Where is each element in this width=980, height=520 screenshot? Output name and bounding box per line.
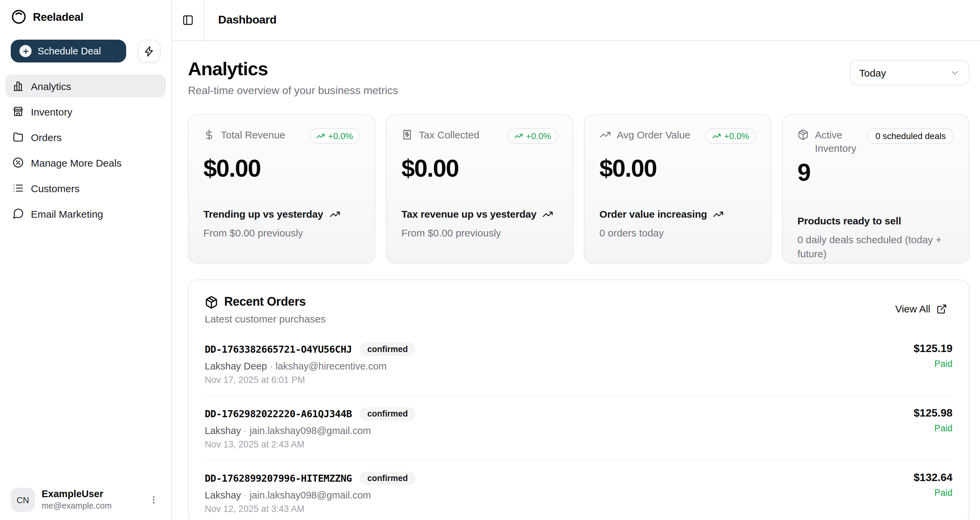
app-name: Reeladeal <box>33 10 84 23</box>
zap-icon <box>143 45 155 57</box>
chevron-down-icon <box>950 67 960 78</box>
user-name: ExampleUser <box>41 488 139 500</box>
topbar: Dashboard <box>172 0 980 41</box>
metric-value: $0.00 <box>401 155 558 183</box>
trending-up-icon <box>600 129 611 140</box>
trending-up-icon <box>329 209 340 219</box>
dollar-icon <box>204 129 215 140</box>
order-row: DD-1763382665721-O4YU56CHJ confirmed Lak… <box>205 331 953 396</box>
status-badge: confirmed <box>360 407 415 421</box>
sidebar-item-email-marketing[interactable]: Email Marketing <box>5 202 166 225</box>
metric-value: 9 <box>797 159 954 187</box>
trending-up-icon <box>514 132 523 140</box>
page-subtitle: Real-time overview of your business metr… <box>188 85 398 97</box>
sidebar-item-orders[interactable]: Orders <box>5 126 166 148</box>
order-id: DD-1762899207996-HITEMZZNG <box>205 473 352 484</box>
order-date: Nov 13, 2025 at 2:43 AM <box>205 439 415 450</box>
package-icon <box>797 129 809 140</box>
change-badge: +0.0% <box>309 128 360 144</box>
metric-cards: Total Revenue +0.0% $0.00 <box>188 114 969 263</box>
order-list: DD-1763382665721-O4YU56CHJ confirmed Lak… <box>205 331 953 520</box>
order-id: DD-1763382665721-O4YU56CHJ <box>205 344 352 355</box>
sidebar: Reeladeal Schedule Deal <box>0 0 172 520</box>
metric-card-active-inventory: Active Inventory 0 scheduled deals 9 Pro… <box>782 114 969 263</box>
metric-label: Active Inventory <box>815 128 862 155</box>
scheduled-deals-badge: 0 scheduled deals <box>867 128 954 144</box>
sidebar-toggle-button[interactable] <box>178 10 198 30</box>
schedule-deal-button[interactable]: Schedule Deal <box>11 40 126 62</box>
customer-name: Lakshay <box>205 425 241 436</box>
order-amount: $132.64 <box>913 472 953 484</box>
order-row: DD-1762899207996-HITEMZZNG confirmed Lak… <box>205 460 953 520</box>
order-row: DD-1762982022220-A61QJ344B confirmed Lak… <box>205 396 953 460</box>
metric-note: From $0.00 previously <box>204 226 360 240</box>
metric-card-avg-order-value: Avg Order Value +0.0% $0.00 <box>584 114 771 263</box>
external-link-icon <box>936 303 947 314</box>
metric-note: 0 daily deals scheduled (today + future) <box>797 233 954 261</box>
user-email: me@example.com <box>41 501 139 511</box>
trending-up-icon <box>316 132 325 140</box>
customer-name: Lakshay Deep <box>205 361 267 372</box>
page-breadcrumb-title: Dashboard <box>218 13 277 27</box>
order-date: Nov 12, 2025 at 3:43 AM <box>205 504 415 514</box>
metric-value: $0.00 <box>204 155 360 183</box>
user-menu[interactable]: CN ExampleUser me@example.com <box>0 481 171 520</box>
status-badge: confirmed <box>360 343 415 356</box>
trend-text: Products ready to sell <box>797 215 901 227</box>
plus-circle-icon <box>19 45 32 57</box>
period-select[interactable]: Today <box>850 60 969 85</box>
app-window: Reeladeal Schedule Deal <box>0 0 980 520</box>
metric-card-total-revenue: Total Revenue +0.0% $0.00 <box>188 114 375 263</box>
trend-text: Order value increasing <box>600 208 707 220</box>
change-badge: +0.0% <box>705 128 756 144</box>
recent-orders-card: Recent Orders Latest customer purchases … <box>188 279 969 520</box>
reeladeal-logo-icon <box>11 9 27 25</box>
trending-up-icon <box>543 209 554 219</box>
order-amount: $125.19 <box>913 343 953 355</box>
sidebar-nav: Analytics Inventory Orders <box>5 75 166 225</box>
metric-label: Avg Order Value <box>617 128 690 142</box>
sidebar-item-label: Analytics <box>31 80 71 92</box>
sidebar-item-manage-more-deals[interactable]: Manage More Deals <box>5 151 166 174</box>
period-value: Today <box>859 67 886 78</box>
metric-card-tax-collected: Tax Collected +0.0% $0.00 <box>386 114 573 263</box>
sidebar-item-label: Orders <box>31 131 62 143</box>
more-vertical-icon <box>148 494 159 505</box>
trending-up-icon <box>712 132 721 140</box>
sidebar-item-inventory[interactable]: Inventory <box>5 100 166 123</box>
package-icon <box>205 295 218 309</box>
message-circle-icon <box>12 207 24 220</box>
page-title: Analytics <box>188 59 398 80</box>
payment-status: Paid <box>913 423 953 433</box>
sidebar-actions: Schedule Deal <box>0 40 171 62</box>
view-all-button[interactable]: View All <box>890 299 953 319</box>
store-icon <box>12 105 24 118</box>
schedule-deal-label: Schedule Deal <box>38 46 101 56</box>
change-badge: +0.0% <box>508 128 558 144</box>
bar-chart-icon <box>12 80 24 92</box>
main-area: Dashboard Analytics Real-time overview o… <box>172 0 980 520</box>
trending-up-icon <box>713 209 724 219</box>
customer-name: Lakshay <box>205 490 241 501</box>
metric-label: Total Revenue <box>221 128 285 142</box>
orders-title: Recent Orders <box>224 295 306 309</box>
user-menu-button[interactable] <box>146 492 162 508</box>
sidebar-item-label: Inventory <box>31 106 72 117</box>
quick-action-button[interactable] <box>138 40 161 62</box>
sidebar-item-analytics[interactable]: Analytics <box>5 75 166 97</box>
list-icon <box>12 182 24 194</box>
customer-email: jain.lakshay098@gmail.com <box>250 490 371 501</box>
trend-text: Trending up vs yesterday <box>204 208 323 220</box>
metric-value: $0.00 <box>600 155 756 183</box>
sidebar-item-label: Manage More Deals <box>31 157 121 168</box>
sidebar-item-customers[interactable]: Customers <box>5 177 166 199</box>
folder-icon <box>12 131 24 143</box>
payment-status: Paid <box>913 359 953 369</box>
sidebar-item-label: Customers <box>31 182 80 194</box>
brand: Reeladeal <box>0 0 171 25</box>
trend-text: Tax revenue up vs yesterday <box>401 208 537 220</box>
metric-label: Tax Collected <box>419 128 479 142</box>
order-id: DD-1762982022220-A61QJ344B <box>205 408 352 419</box>
status-badge: confirmed <box>360 472 415 485</box>
percent-circle-icon <box>12 156 24 169</box>
